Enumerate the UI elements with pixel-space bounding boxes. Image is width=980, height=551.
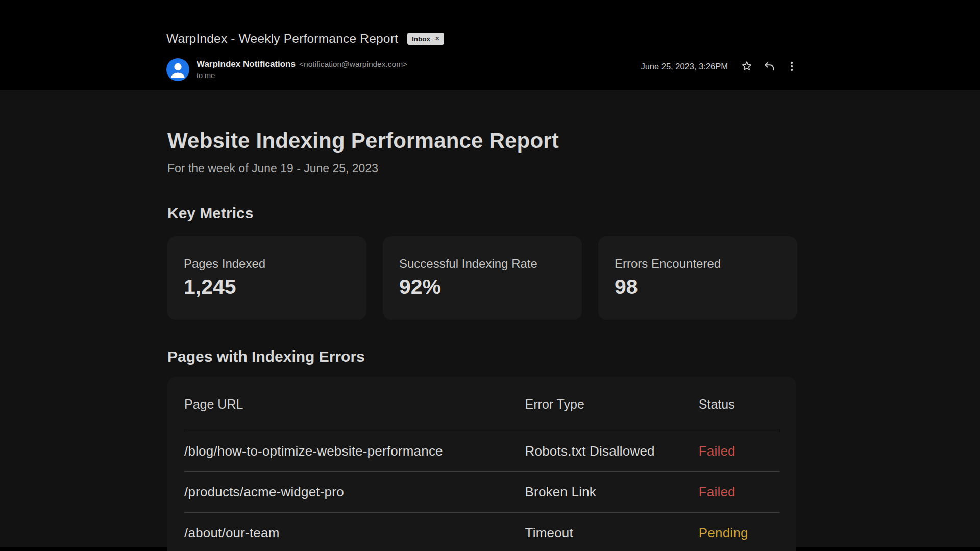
sender-info: WarpIndex Notifications <notification@wa… — [197, 58, 407, 80]
report-title: Website Indexing Performance Report — [167, 129, 559, 153]
inbox-label-text: Inbox — [412, 35, 430, 43]
recipient-label: to me — [197, 71, 407, 80]
key-metrics-heading: Key Metrics — [167, 205, 253, 222]
table-row: /about/our-team Timeout Pending — [184, 513, 779, 551]
cell-page-url: /about/our-team — [184, 525, 525, 541]
col-header-error-type: Error Type — [525, 397, 699, 412]
person-icon — [166, 58, 189, 81]
cell-error-type: Timeout — [525, 525, 699, 541]
header-meta: June 25, 2023, 3:26PM — [641, 58, 799, 75]
close-icon[interactable]: × — [435, 35, 439, 43]
status-badge: Failed — [699, 484, 779, 500]
col-header-page-url: Page URL — [184, 397, 525, 412]
metrics-row: Pages Indexed 1,245 Successful Indexing … — [167, 236, 797, 320]
status-badge: Failed — [699, 443, 779, 459]
metric-value: 92% — [399, 275, 566, 299]
email-body: Website Indexing Performance Report For … — [0, 90, 980, 547]
sender-name: WarpIndex Notifications — [197, 59, 296, 69]
metric-card-pages-indexed: Pages Indexed 1,245 — [167, 236, 366, 320]
report-subtitle: For the week of June 19 - June 25, 2023 — [167, 162, 378, 176]
reply-icon[interactable] — [762, 59, 777, 74]
cell-page-url: /products/acme-widget-pro — [184, 484, 525, 500]
metric-card-indexing-rate: Successful Indexing Rate 92% — [383, 236, 582, 320]
more-vert-icon[interactable] — [784, 59, 799, 74]
table-row: /products/acme-widget-pro Broken Link Fa… — [184, 472, 779, 512]
col-header-status: Status — [699, 397, 779, 412]
metric-card-errors: Errors Encountered 98 — [598, 236, 797, 320]
sender-avatar — [166, 58, 189, 81]
cell-error-type: Robots.txt Disallowed — [525, 443, 699, 459]
star-icon[interactable] — [739, 59, 754, 74]
errors-table: Page URL Error Type Status /blog/how-to-… — [167, 377, 796, 551]
email-date: June 25, 2023, 3:26PM — [641, 62, 728, 71]
metric-label: Pages Indexed — [184, 257, 350, 271]
email-header: WarpIndex - Weekly Performance Report In… — [0, 0, 980, 90]
sender-email: <notification@warpindex.com> — [299, 60, 407, 69]
status-badge: Pending — [699, 525, 779, 541]
cell-page-url: /blog/how-to-optimize-website-performanc… — [184, 443, 525, 459]
table-row: /blog/how-to-optimize-website-performanc… — [184, 431, 779, 471]
metric-value: 98 — [615, 275, 781, 299]
subject-row: WarpIndex - Weekly Performance Report In… — [166, 32, 444, 46]
table-header-row: Page URL Error Type Status — [184, 397, 779, 431]
email-subject: WarpIndex - Weekly Performance Report — [166, 32, 398, 46]
metric-value: 1,245 — [184, 275, 350, 299]
cell-error-type: Broken Link — [525, 484, 699, 500]
metric-label: Errors Encountered — [615, 257, 781, 271]
inbox-label-badge[interactable]: Inbox × — [407, 33, 444, 45]
metric-label: Successful Indexing Rate — [399, 257, 566, 271]
sender-row: WarpIndex Notifications <notification@wa… — [166, 58, 407, 81]
errors-heading: Pages with Indexing Errors — [167, 348, 365, 365]
